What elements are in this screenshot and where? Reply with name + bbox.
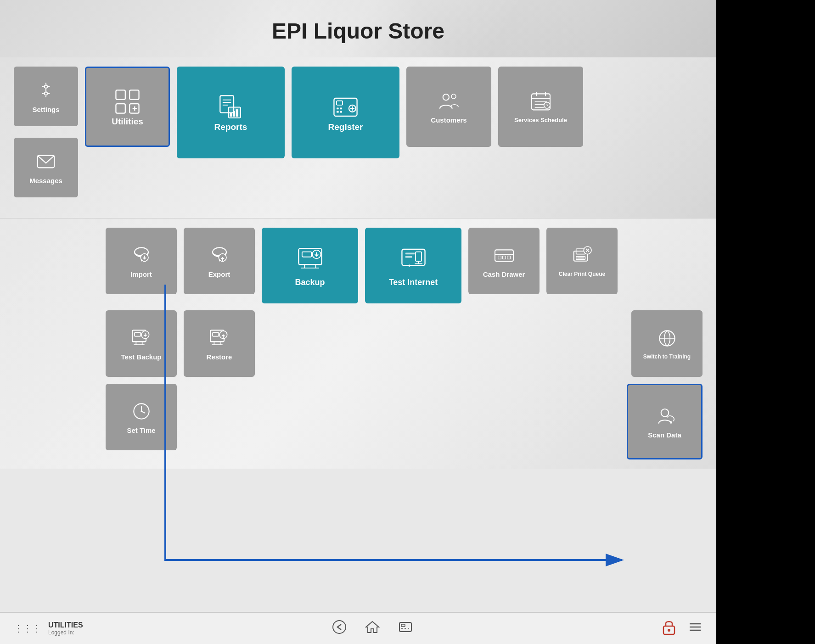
- footer-right: [662, 619, 703, 638]
- footer-logged-in: Logged In:: [48, 629, 83, 636]
- restore-tile[interactable]: Restore: [184, 310, 255, 377]
- reports-label: Reports: [214, 122, 247, 133]
- svg-rect-73: [507, 256, 510, 259]
- svg-point-5: [45, 92, 48, 95]
- footer-left: ⋮⋮⋮ UTILITIES Logged In:: [14, 621, 83, 636]
- utilities-tile[interactable]: Utilities: [85, 67, 170, 147]
- svg-point-0: [45, 85, 48, 88]
- utilities-row-3: Set Time Scan Data: [106, 384, 703, 459]
- settings-label: Settings: [32, 106, 59, 114]
- import-tile[interactable]: Import: [106, 228, 177, 294]
- test-backup-tile[interactable]: Test Backup: [106, 310, 177, 377]
- set-time-tile[interactable]: Set Time: [106, 384, 177, 450]
- svg-rect-24: [236, 109, 238, 117]
- cash-drawer-tile[interactable]: Cash Drawer: [468, 228, 540, 294]
- svg-rect-32: [337, 111, 339, 113]
- test-backup-label: Test Backup: [121, 353, 161, 361]
- svg-point-105: [333, 621, 346, 633]
- footer-screen-title: UTILITIES: [48, 621, 83, 629]
- restore-label: Restore: [207, 353, 232, 361]
- backup-tile[interactable]: Backup: [262, 228, 358, 303]
- switch-training-label: Switch to Training: [643, 353, 691, 360]
- svg-rect-65: [416, 252, 422, 261]
- lock-icon[interactable]: [662, 619, 676, 638]
- svg-point-35: [451, 94, 456, 99]
- menu-icon[interactable]: [688, 620, 703, 638]
- svg-point-103: [661, 409, 669, 417]
- svg-point-34: [443, 94, 449, 100]
- svg-point-113: [668, 629, 670, 632]
- utilities-row-2: Test Backup Restore: [106, 310, 703, 377]
- settings-tile[interactable]: Settings: [14, 67, 78, 126]
- home-screen: Settings Messages: [0, 57, 716, 218]
- svg-rect-31: [340, 108, 342, 110]
- messages-tile[interactable]: Messages: [14, 138, 78, 197]
- services-schedule-tile[interactable]: Services Schedule: [498, 67, 583, 147]
- svg-rect-30: [337, 108, 339, 110]
- svg-point-43: [544, 102, 550, 108]
- export-tile[interactable]: Export: [184, 228, 255, 294]
- import-label: Import: [130, 270, 152, 279]
- scan-data-label: Scan Data: [648, 431, 681, 439]
- utilities-row-1: Import Export: [106, 228, 703, 303]
- home-button[interactable]: [365, 620, 380, 638]
- services-schedule-label: Services Schedule: [514, 117, 567, 124]
- svg-rect-26: [337, 101, 343, 105]
- cash-drawer-label: Cash Drawer: [483, 270, 525, 279]
- clear-print-queue-label: Clear Print Queue: [559, 271, 605, 277]
- test-internet-label: Test Internet: [389, 278, 438, 288]
- footer-center: [332, 620, 413, 638]
- clear-print-queue-tile[interactable]: Clear Print Queue: [546, 228, 618, 294]
- set-time-label: Set Time: [127, 426, 155, 435]
- svg-rect-11: [116, 90, 125, 99]
- svg-rect-82: [135, 332, 141, 336]
- home-top-row: Settings Messages: [14, 67, 703, 197]
- utilities-section: Import Export: [0, 218, 716, 469]
- test-internet-tile[interactable]: Test Internet: [365, 228, 461, 303]
- footer-user-info: UTILITIES Logged In:: [48, 621, 83, 636]
- scan-data-tile[interactable]: Scan Data: [627, 384, 703, 459]
- register-tile[interactable]: Register: [292, 67, 399, 158]
- top-section: EPI Liquor Store: [0, 0, 716, 57]
- sidebar-section: Settings Messages: [14, 67, 78, 197]
- svg-rect-22: [230, 113, 232, 117]
- customers-label: Customers: [431, 116, 467, 124]
- customers-tile[interactable]: Customers: [406, 67, 491, 147]
- utilities-label: Utilities: [112, 117, 143, 127]
- svg-rect-23: [233, 111, 235, 117]
- svg-marker-106: [366, 622, 379, 633]
- svg-rect-12: [129, 90, 139, 99]
- backup-label: Backup: [295, 278, 325, 288]
- switch-to-training-tile[interactable]: Switch to Training: [631, 310, 703, 377]
- svg-rect-72: [502, 256, 506, 259]
- utilities-grid: Import Export: [14, 228, 703, 459]
- messages-label: Messages: [29, 177, 62, 185]
- reports-tile[interactable]: Reports: [177, 67, 285, 158]
- svg-rect-64: [405, 256, 412, 258]
- svg-rect-108: [401, 624, 405, 627]
- svg-rect-90: [213, 332, 219, 336]
- register-button[interactable]: [398, 620, 413, 638]
- svg-rect-71: [498, 256, 501, 259]
- footer-grid-icon[interactable]: ⋮⋮⋮: [14, 623, 41, 634]
- export-label: Export: [208, 270, 230, 279]
- svg-rect-63: [405, 253, 414, 255]
- svg-point-102: [141, 410, 142, 412]
- register-label: Register: [328, 122, 363, 133]
- svg-rect-13: [116, 104, 125, 113]
- svg-rect-107: [399, 622, 411, 632]
- svg-rect-55: [302, 252, 311, 257]
- back-button[interactable]: [332, 620, 347, 638]
- svg-rect-69: [495, 250, 513, 261]
- svg-rect-33: [340, 111, 342, 113]
- app-title: EPI Liquor Store: [0, 18, 716, 44]
- footer-bar: ⋮⋮⋮ UTILITIES Logged In:: [0, 612, 716, 644]
